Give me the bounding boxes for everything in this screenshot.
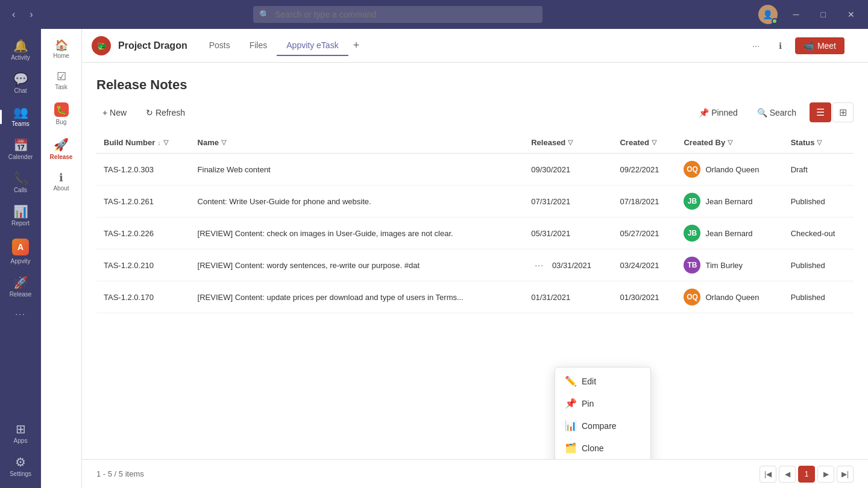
sidebar-item-label: Appvity [11, 258, 31, 264]
list-view-button[interactable]: ☰ [810, 102, 831, 122]
user-avatar[interactable]: 👤 [758, 5, 778, 24]
minimize-button[interactable]: ─ [787, 7, 805, 22]
menu-item-clone[interactable]: 🗂️ Clone [555, 437, 650, 459]
app-nav-bug[interactable]: 🐛 Bug [45, 98, 78, 130]
data-table: Build Number ↓ ▽ Name ▽ [96, 132, 854, 313]
sidebar-item-report[interactable]: 📊 Report [4, 201, 37, 231]
tab-appvity-etask[interactable]: Appvity eTask [277, 36, 348, 56]
view-toggle: ☰ ⊞ [810, 102, 854, 122]
page-1-button[interactable]: 1 [798, 466, 815, 483]
filter-icon[interactable]: ▽ [163, 139, 168, 146]
app-nav-home[interactable]: 🏠 Home [45, 35, 78, 64]
menu-label-compare: Compare [582, 421, 617, 431]
cell-released: ··· 03/31/2021 [524, 249, 612, 281]
cell-created: 07/18/2021 [612, 186, 676, 217]
row-more-button[interactable]: ··· [531, 259, 547, 271]
sidebar-item-release[interactable]: 🚀 Release [4, 272, 37, 302]
more-icon: ··· [15, 310, 26, 318]
filter-icon[interactable]: ▽ [221, 139, 226, 146]
cell-name: [REVIEW] Content: check on images in Use… [190, 217, 524, 249]
filter-icon[interactable]: ▽ [568, 139, 573, 146]
user-name: Orlando Queen [705, 293, 759, 302]
prev-page-button[interactable]: ◀ [779, 466, 796, 483]
sidebar-item-teams[interactable]: 👥 Teams [4, 101, 37, 132]
pin-icon: 📌 [565, 398, 576, 409]
sidebar-item-calendar[interactable]: 📅 Calender [4, 134, 37, 165]
first-page-button[interactable]: |◀ [760, 466, 776, 483]
cell-status: Published [784, 249, 854, 281]
col-name-label: Name [198, 138, 219, 147]
cell-created: 09/22/2021 [612, 154, 676, 186]
col-build: Build Number ↓ ▽ [96, 132, 190, 154]
user-avatar-icon: OQ [684, 289, 700, 305]
app-nav-about[interactable]: ℹ About [45, 167, 78, 196]
page-footer: 1 - 5 / 5 items |◀ ◀ 1 ▶ ▶| [82, 459, 868, 488]
last-page-button[interactable]: ▶| [837, 466, 854, 483]
apps-icon: ⊞ [16, 423, 26, 435]
app-nav-release[interactable]: 🚀 Release [45, 133, 78, 165]
sidebar-item-activity[interactable]: 🔔 Activity [4, 35, 37, 66]
app-nav-task[interactable]: ☑ Task [45, 66, 78, 95]
menu-item-edit[interactable]: ✏️ Edit [555, 370, 650, 392]
filter-icon[interactable]: ▽ [728, 139, 732, 146]
menu-label-edit: Edit [582, 377, 596, 386]
sidebar-item-appvity[interactable]: A Appvity [4, 234, 37, 269]
table-row: TAS-1.2.0.261 Content: Write User-Guide … [96, 186, 854, 217]
calls-icon: 📞 [13, 172, 28, 184]
add-tab-button[interactable]: + [348, 39, 365, 52]
user-name: Jean Bernard [705, 197, 752, 206]
meet-button[interactable]: 📹 Meet [795, 37, 844, 54]
search-button[interactable]: 🔍 Search [751, 104, 802, 121]
sidebar-item-settings[interactable]: ⚙ Settings [4, 451, 37, 482]
user-name: Jean Bernard [705, 229, 752, 238]
pinned-button[interactable]: 📌 Pinned [693, 104, 743, 121]
sidebar-item-apps[interactable]: ⊞ Apps [4, 418, 37, 449]
app-nav-label: Home [53, 52, 69, 59]
filter-icon[interactable]: ▽ [652, 139, 656, 146]
cell-created-by: TB Tim Burley [676, 249, 783, 281]
activity-icon: 🔔 [13, 40, 28, 52]
close-button[interactable]: ✕ [841, 7, 861, 22]
app-nav-label: Bug [56, 119, 67, 125]
forward-button[interactable]: › [25, 7, 37, 22]
sidebar-item-calls[interactable]: 📞 Calls [4, 167, 37, 198]
col-created-by: Created By ▽ [676, 132, 783, 154]
refresh-button[interactable]: ↻ Refresh [140, 104, 191, 121]
menu-item-pin[interactable]: 📌 Pin [555, 392, 650, 414]
home-icon: 🏠 [55, 40, 68, 51]
sidebar-item-label: Settings [10, 471, 31, 477]
grid-view-button[interactable]: ⊞ [832, 102, 854, 122]
col-created: Created ▽ [612, 132, 676, 154]
sidebar-item-label: Calls [14, 187, 27, 193]
user-avatar-icon: OQ [684, 161, 700, 178]
more-options-button[interactable]: ··· [746, 37, 766, 54]
table-row: TAS-1.2.0.210 [REVIEW] Content: wordy se… [96, 249, 854, 281]
back-button[interactable]: ‹ [7, 7, 20, 22]
sidebar-item-chat[interactable]: 💬 Chat [4, 68, 37, 99]
filter-icon[interactable]: ▽ [817, 139, 822, 146]
col-status: Status ▽ [784, 132, 854, 154]
user-name: Tim Burley [705, 261, 743, 270]
cell-released: 05/31/2021 [524, 217, 612, 249]
maximize-button[interactable]: □ [815, 7, 832, 22]
global-search-input[interactable] [253, 6, 542, 23]
table-row: TAS-1.2.0.226 [REVIEW] Content: check on… [96, 217, 854, 249]
cell-released: 01/31/2021 [524, 281, 612, 313]
meet-dropdown-button[interactable]: ▾ [844, 37, 858, 54]
cell-build: TAS-1.2.0.170 [96, 281, 190, 313]
new-button[interactable]: + New [96, 104, 133, 121]
table-row: TAS-1.2.0.303 Finalize Web content 09/30… [96, 154, 854, 186]
channel-header: 🐲 Project Dragon Posts Files Appvity eTa… [82, 29, 868, 63]
cell-build: TAS-1.2.0.226 [96, 217, 190, 249]
channel-tabs: Posts Files Appvity eTask + [200, 36, 364, 56]
user-avatar-icon: JB [684, 225, 700, 242]
tab-posts[interactable]: Posts [200, 36, 240, 56]
sort-icon[interactable]: ↓ [157, 139, 161, 146]
task-icon: ☑ [57, 71, 66, 82]
cell-released: 09/30/2021 [524, 154, 612, 186]
menu-item-compare[interactable]: 📊 Compare [555, 414, 650, 437]
sidebar-item-more[interactable]: ··· [4, 305, 37, 323]
info-button[interactable]: ℹ [773, 37, 788, 54]
tab-files[interactable]: Files [240, 36, 277, 56]
next-page-button[interactable]: ▶ [817, 466, 834, 483]
